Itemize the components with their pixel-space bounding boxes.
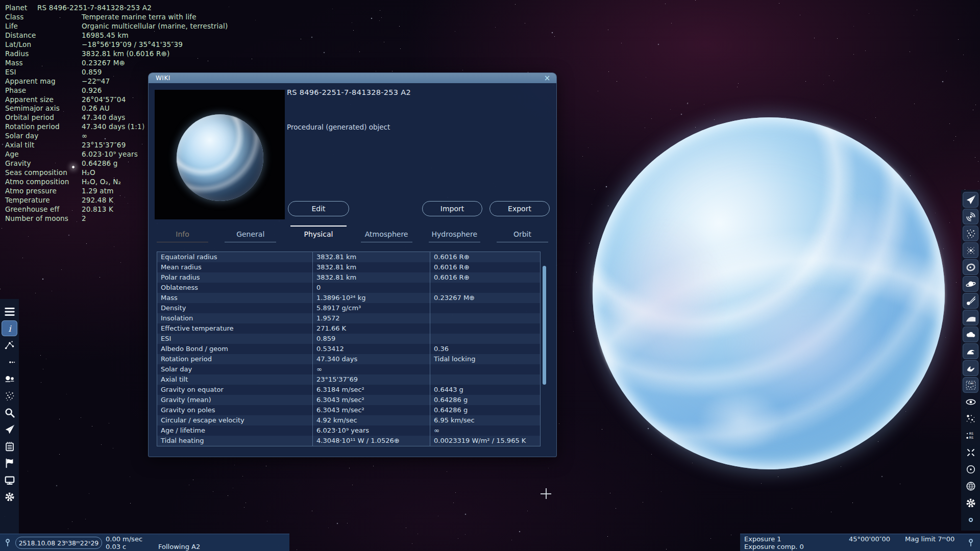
journal-icon[interactable] bbox=[2, 438, 17, 454]
info-label: Semimajor axis bbox=[5, 104, 82, 113]
star-cluster-icon[interactable] bbox=[2, 388, 17, 404]
wiki-table-row: Insolation1.9572 bbox=[157, 313, 540, 323]
info-label: Apparent size bbox=[5, 95, 82, 105]
info-label: Lat/Lon bbox=[5, 40, 82, 49]
wiki-table-cell: Tidal heating bbox=[157, 436, 312, 446]
info-row: ClassTemperate marine terra with life bbox=[5, 13, 228, 22]
spaceengine-screen: PlanetRS 8496-2251-7-841328-253 A2ClassT… bbox=[0, 0, 980, 551]
display-icon[interactable] bbox=[2, 472, 17, 488]
svg-text:i: i bbox=[8, 323, 12, 333]
double-star-icon[interactable] bbox=[2, 371, 17, 387]
eye-icon[interactable] bbox=[963, 394, 978, 410]
wiki-table-row: Polar radius3832.81 km0.6016 R⊕ bbox=[157, 272, 540, 283]
planet-render[interactable] bbox=[593, 117, 945, 469]
import-button[interactable]: Import bbox=[422, 201, 482, 216]
edit-button[interactable]: Edit bbox=[288, 201, 349, 216]
wiki-table-cell: 6.3184 m/sec² bbox=[312, 385, 430, 395]
system-chart-icon[interactable] bbox=[2, 337, 17, 353]
wiki-table-cell: 4.92 km/sec bbox=[312, 415, 430, 425]
close-icon[interactable]: × bbox=[542, 73, 552, 83]
wiki-table-row: Solar day∞ bbox=[157, 364, 540, 374]
tab-atmosphere[interactable]: Atmosphere bbox=[353, 226, 421, 244]
menu-icon[interactable] bbox=[2, 304, 17, 319]
info-label: Radius bbox=[5, 49, 82, 59]
settings-icon[interactable] bbox=[2, 489, 17, 505]
wiki-table-cell: Age / lifetime bbox=[157, 425, 312, 436]
wiki-table-cell: 0.0023319 W/m² / 15.965 K bbox=[430, 436, 540, 446]
constellation-icon[interactable]: Cas bbox=[963, 377, 978, 393]
wiki-table-cell: Tidal locking bbox=[430, 354, 540, 364]
water-icon[interactable] bbox=[963, 343, 978, 359]
tab-info[interactable]: Info bbox=[149, 226, 216, 244]
surface-icon[interactable] bbox=[963, 310, 978, 325]
wiki-table-row: Axial tilt23°15'37″69 bbox=[157, 374, 540, 385]
spacecraft-icon[interactable] bbox=[963, 192, 978, 208]
wiki-table-row: Albedo Bond / geom0.534120.36 bbox=[157, 344, 540, 354]
search-icon[interactable] bbox=[2, 405, 17, 420]
info-value: −18°56'19″09 / 35°41'35″39 bbox=[82, 40, 228, 49]
flag-icon[interactable] bbox=[2, 455, 17, 471]
wiki-table-cell: 0 bbox=[312, 283, 430, 293]
info-label: Phase bbox=[5, 86, 82, 95]
wiki-table-cell: 4.3048·10¹¹ W / 1.0526⊕ bbox=[312, 436, 430, 446]
wiki-table-cell: 5.8917 g/cm³ bbox=[312, 303, 430, 313]
star-magnitudes-icon[interactable] bbox=[963, 411, 978, 427]
info-label: Temperature bbox=[5, 196, 82, 205]
galaxy-icon[interactable] bbox=[963, 209, 978, 224]
wiki-title: WIKI bbox=[149, 74, 170, 82]
wiki-table-cell: 0.64286 g bbox=[430, 405, 540, 415]
comet-icon[interactable] bbox=[963, 293, 978, 309]
table-scrollbar[interactable] bbox=[543, 266, 546, 385]
svg-text:RS: RS bbox=[969, 432, 973, 435]
tab-orbit[interactable]: Orbit bbox=[488, 226, 556, 244]
fov-value: 45°00'00″00 bbox=[849, 535, 890, 543]
wiki-table-row: Circular / escape velocity4.92 km/sec6.9… bbox=[157, 415, 540, 425]
info-label: Axial tilt bbox=[5, 141, 82, 150]
wiki-table-row: Density5.8917 g/cm³ bbox=[157, 303, 540, 313]
catalog-names-icon[interactable]: RSRS bbox=[963, 428, 978, 443]
wiki-table-cell: 3832.81 km bbox=[312, 262, 430, 272]
datetime-field[interactable]: 2518.10.08 23ʰ38ᵐ22ˢ29 bbox=[15, 537, 102, 549]
info-label: Atmo composition bbox=[5, 178, 82, 187]
info-label: Orbital period bbox=[5, 113, 82, 122]
wiki-table-row: Age / lifetime6.023·10⁹ years∞ bbox=[157, 425, 540, 436]
grid-globe-icon[interactable] bbox=[963, 478, 978, 494]
info-label: Rotation period bbox=[5, 122, 82, 132]
wiki-table-cell: Circular / escape velocity bbox=[157, 415, 312, 425]
wiki-titlebar[interactable]: WIKI × bbox=[149, 73, 556, 83]
camera-mode: Following A2 bbox=[158, 543, 200, 550]
wiki-table-cell: ∞ bbox=[430, 425, 540, 436]
tab-general[interactable]: General bbox=[216, 226, 284, 244]
orbit-display-icon[interactable] bbox=[963, 461, 978, 477]
wiki-table-cell: 0.859 bbox=[312, 334, 430, 344]
ringed-planet-icon[interactable] bbox=[963, 276, 978, 292]
tab-hydrosphere[interactable]: Hydrosphere bbox=[421, 226, 488, 244]
wiki-table-row: ESI0.859 bbox=[157, 334, 540, 344]
wiki-table-cell: 6.95 km/sec bbox=[430, 415, 540, 425]
planet-browser-icon[interactable] bbox=[2, 354, 17, 370]
info-icon[interactable]: i bbox=[2, 320, 17, 336]
nebula-icon[interactable] bbox=[963, 259, 978, 275]
wiki-table-cell: Mean radius bbox=[157, 262, 312, 272]
info-value: Temperate marine terra with life bbox=[82, 13, 228, 22]
dot-icon[interactable] bbox=[963, 512, 978, 528]
aurora-icon[interactable] bbox=[963, 360, 978, 376]
settings-icon[interactable] bbox=[963, 495, 978, 511]
globular-cluster-icon[interactable] bbox=[963, 242, 978, 258]
wiki-table-cell: 6.3043 m/sec² bbox=[312, 405, 430, 415]
markers-icon[interactable] bbox=[963, 444, 978, 460]
info-label: Atmo pressure bbox=[5, 187, 82, 196]
spacecraft-icon[interactable] bbox=[2, 421, 17, 437]
pin-icon[interactable] bbox=[3, 537, 12, 548]
info-value: 16985.45 km bbox=[82, 31, 228, 40]
export-button[interactable]: Export bbox=[489, 201, 550, 216]
wiki-table-cell: 47.340 days bbox=[312, 354, 430, 364]
star-cluster-icon[interactable] bbox=[963, 226, 978, 241]
pin-icon[interactable] bbox=[966, 537, 975, 548]
clouds-icon[interactable] bbox=[963, 327, 978, 342]
wiki-table-cell: 1.9572 bbox=[312, 313, 430, 323]
info-label: Solar day bbox=[5, 132, 82, 141]
wiki-table-cell bbox=[430, 283, 540, 293]
tab-physical[interactable]: Physical bbox=[284, 226, 352, 244]
wiki-table-cell: 0.36 bbox=[430, 344, 540, 354]
